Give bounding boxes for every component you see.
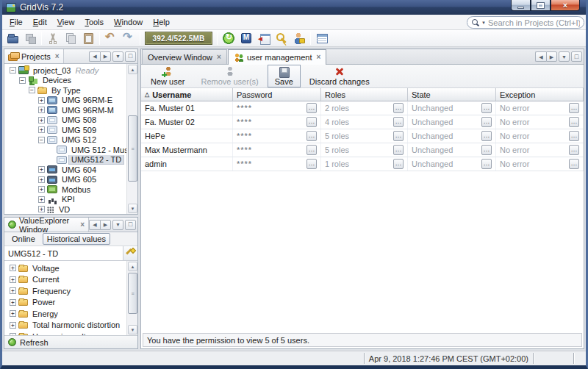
toolbar-button[interactable] (273, 31, 290, 46)
edit-roles-button[interactable]: … (393, 145, 404, 155)
minimize-button[interactable] (511, 0, 531, 11)
tree-item[interactable]: + Harmonics voltage (7, 331, 126, 335)
column-header-state[interactable]: State (408, 88, 496, 101)
scroll-left-button[interactable]: ◀ (89, 220, 100, 230)
tab-value-explorer[interactable]: ValueExplorer Window × (4, 218, 89, 232)
username-cell[interactable]: admin (141, 157, 233, 171)
table-row[interactable]: admin **** … 1 roles … Unchanged … (141, 157, 584, 171)
scroll-down-button[interactable]: ▼ (128, 204, 137, 213)
tree-item[interactable]: + UMG 509 (7, 125, 126, 135)
menu-item[interactable]: Window (109, 15, 148, 29)
tree-item[interactable]: + UMG 96RM-M (7, 105, 126, 115)
search-scope-dropdown-icon[interactable]: ▼ (481, 21, 486, 25)
view-exception-button[interactable]: … (569, 145, 579, 155)
scroll-up-button[interactable]: ▲ (128, 65, 137, 74)
close-button[interactable]: × (551, 0, 580, 11)
edit-roles-button[interactable]: … (393, 159, 404, 169)
search-input[interactable] (488, 18, 580, 27)
menu-item[interactable]: Edit (28, 15, 52, 29)
scroll-up-button[interactable]: ▲ (128, 262, 137, 271)
panel-maximize-button[interactable]: □ (125, 51, 136, 62)
tree-item[interactable]: UMG 512 - Muster (7, 145, 126, 155)
edit-state-button[interactable]: … (481, 145, 492, 155)
edit-roles-button[interactable]: … (393, 103, 404, 113)
toolbar-button[interactable] (79, 31, 97, 46)
device-selector[interactable]: UMG512 - TD (4, 246, 137, 261)
refresh-button[interactable]: Refresh (20, 338, 49, 347)
username-cell[interactable]: Fa. Muster 01 (141, 101, 233, 115)
tree-item[interactable]: + VD (7, 204, 126, 214)
tree-expander[interactable]: + (10, 265, 16, 271)
edit-state-button[interactable]: … (481, 103, 492, 113)
state-cell[interactable]: Unchanged … (408, 101, 496, 115)
edit-state-button[interactable]: … (481, 117, 492, 127)
exception-cell[interactable]: No error … (496, 101, 584, 115)
tree-item[interactable]: + UMG 96RM-E (7, 96, 126, 106)
tree-item[interactable]: + UMG 508 (7, 115, 126, 126)
device-picker-button[interactable] (123, 246, 137, 260)
tree-expander[interactable]: + (38, 196, 45, 203)
tree-item[interactable]: + Voltage (7, 262, 126, 274)
tree-item[interactable]: + UMG 604 (7, 165, 126, 175)
panel-menu-button[interactable]: ▼ (112, 51, 123, 62)
scrollbar-thumb[interactable]: ≡ (128, 115, 137, 182)
tree-expander[interactable]: + (38, 107, 45, 113)
scroll-right-button[interactable]: ▶ (546, 51, 557, 62)
exception-cell[interactable]: No error … (496, 143, 584, 157)
close-icon[interactable]: × (80, 221, 85, 229)
roles-cell[interactable]: 1 roles … (321, 157, 408, 171)
view-exception-button[interactable]: … (569, 159, 579, 169)
maximize-button[interactable] (531, 0, 551, 11)
menu-item[interactable]: Tools (79, 15, 109, 29)
username-cell[interactable]: Fa. Muster 02 (141, 115, 233, 129)
editor-tab[interactable]: user management × (228, 49, 327, 65)
close-icon[interactable]: × (55, 53, 60, 60)
tree-item[interactable]: UMG512 - TD (7, 155, 126, 165)
scroll-down-button[interactable]: ▼ (128, 325, 137, 334)
tab-projects[interactable]: Projects × (4, 49, 64, 63)
exception-cell[interactable]: No error … (496, 115, 584, 129)
tree-expander[interactable]: + (10, 287, 16, 294)
tree-item[interactable]: − By Type (7, 85, 126, 96)
tree-expander[interactable]: − (29, 87, 35, 93)
tree-item[interactable]: + UMG 605 (7, 175, 126, 185)
edit-roles-button[interactable]: … (393, 117, 404, 127)
tree-expander[interactable]: − (19, 77, 26, 84)
toolbar-button[interactable] (44, 31, 62, 46)
tree-expander[interactable]: − (10, 67, 16, 74)
edit-password-button[interactable]: … (306, 145, 317, 155)
username-cell[interactable]: HePe (141, 129, 233, 143)
value-mode-toggle[interactable]: Online (7, 233, 40, 245)
panel-menu-button[interactable]: ▼ (112, 220, 123, 230)
toolbar-button[interactable] (21, 31, 39, 46)
tab-list-button[interactable]: ▼ (559, 51, 570, 62)
edit-password-button[interactable]: … (306, 117, 317, 127)
view-exception-button[interactable]: … (569, 131, 579, 141)
password-cell[interactable]: **** … (233, 143, 321, 157)
tree-expander[interactable]: + (10, 322, 16, 329)
state-cell[interactable]: Unchanged … (408, 143, 496, 157)
tree-expander[interactable]: − (38, 137, 45, 143)
toolbar-button[interactable] (62, 31, 79, 46)
edit-state-button[interactable]: … (481, 131, 492, 141)
tree-expander[interactable]: + (38, 176, 45, 183)
edit-password-button[interactable]: … (306, 131, 317, 141)
state-cell[interactable]: Unchanged … (408, 157, 496, 171)
projects-tree-scrollbar[interactable]: ▲ ≡ ▼ (126, 64, 137, 214)
password-cell[interactable]: **** … (233, 129, 321, 143)
action-button[interactable]: Discard changes (302, 65, 377, 87)
password-cell[interactable]: **** … (233, 157, 321, 171)
roles-cell[interactable]: 5 roles … (321, 143, 408, 157)
roles-cell[interactable]: 2 roles … (321, 101, 408, 115)
tree-item[interactable]: + Frequency (7, 285, 126, 297)
tree-expander[interactable]: + (10, 333, 16, 335)
edit-password-button[interactable]: … (306, 103, 317, 113)
editor-maximize-button[interactable]: □ (571, 51, 582, 62)
toolbar-button[interactable] (237, 31, 255, 46)
tree-expander[interactable]: + (10, 299, 16, 306)
exception-cell[interactable]: No error … (496, 157, 584, 171)
action-button[interactable]: Remove user(s) (193, 65, 265, 87)
edit-password-button[interactable]: … (306, 159, 317, 169)
state-cell[interactable]: Unchanged … (408, 115, 496, 129)
tree-expander[interactable]: + (38, 97, 45, 104)
